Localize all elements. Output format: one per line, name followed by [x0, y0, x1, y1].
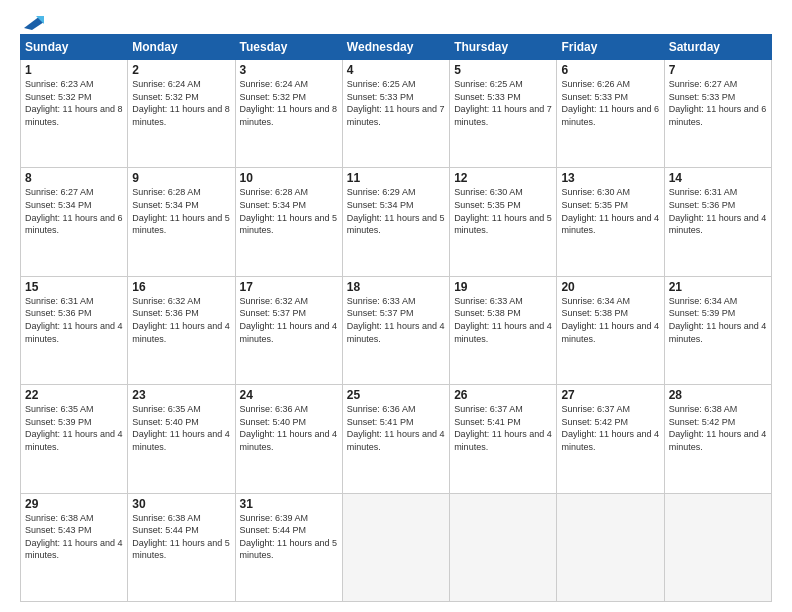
day-info: Sunrise: 6:33 AM Sunset: 5:38 PM Dayligh…	[454, 295, 552, 345]
calendar-cell: 24 Sunrise: 6:36 AM Sunset: 5:40 PM Dayl…	[235, 385, 342, 493]
calendar-cell: 5 Sunrise: 6:25 AM Sunset: 5:33 PM Dayli…	[450, 60, 557, 168]
weekday-header-thursday: Thursday	[450, 35, 557, 60]
day-info: Sunrise: 6:24 AM Sunset: 5:32 PM Dayligh…	[240, 78, 338, 128]
day-number: 18	[347, 280, 445, 294]
day-number: 11	[347, 171, 445, 185]
day-info: Sunrise: 6:36 AM Sunset: 5:40 PM Dayligh…	[240, 403, 338, 453]
day-info: Sunrise: 6:27 AM Sunset: 5:34 PM Dayligh…	[25, 186, 123, 236]
weekday-header-sunday: Sunday	[21, 35, 128, 60]
day-number: 17	[240, 280, 338, 294]
header	[20, 16, 772, 26]
day-number: 22	[25, 388, 123, 402]
calendar-cell	[342, 493, 449, 601]
calendar-cell: 31 Sunrise: 6:39 AM Sunset: 5:44 PM Dayl…	[235, 493, 342, 601]
day-info: Sunrise: 6:25 AM Sunset: 5:33 PM Dayligh…	[454, 78, 552, 128]
calendar-cell: 2 Sunrise: 6:24 AM Sunset: 5:32 PM Dayli…	[128, 60, 235, 168]
day-number: 23	[132, 388, 230, 402]
weekday-header-friday: Friday	[557, 35, 664, 60]
day-info: Sunrise: 6:28 AM Sunset: 5:34 PM Dayligh…	[240, 186, 338, 236]
day-number: 5	[454, 63, 552, 77]
day-info: Sunrise: 6:35 AM Sunset: 5:40 PM Dayligh…	[132, 403, 230, 453]
day-info: Sunrise: 6:36 AM Sunset: 5:41 PM Dayligh…	[347, 403, 445, 453]
day-info: Sunrise: 6:28 AM Sunset: 5:34 PM Dayligh…	[132, 186, 230, 236]
day-info: Sunrise: 6:39 AM Sunset: 5:44 PM Dayligh…	[240, 512, 338, 562]
day-info: Sunrise: 6:27 AM Sunset: 5:33 PM Dayligh…	[669, 78, 767, 128]
day-number: 27	[561, 388, 659, 402]
day-info: Sunrise: 6:25 AM Sunset: 5:33 PM Dayligh…	[347, 78, 445, 128]
calendar-cell: 29 Sunrise: 6:38 AM Sunset: 5:43 PM Dayl…	[21, 493, 128, 601]
day-info: Sunrise: 6:38 AM Sunset: 5:43 PM Dayligh…	[25, 512, 123, 562]
calendar-cell: 27 Sunrise: 6:37 AM Sunset: 5:42 PM Dayl…	[557, 385, 664, 493]
day-number: 8	[25, 171, 123, 185]
calendar-cell: 18 Sunrise: 6:33 AM Sunset: 5:37 PM Dayl…	[342, 276, 449, 384]
calendar-table: SundayMondayTuesdayWednesdayThursdayFrid…	[20, 34, 772, 602]
calendar-cell: 9 Sunrise: 6:28 AM Sunset: 5:34 PM Dayli…	[128, 168, 235, 276]
day-number: 28	[669, 388, 767, 402]
calendar-cell: 8 Sunrise: 6:27 AM Sunset: 5:34 PM Dayli…	[21, 168, 128, 276]
weekday-header-saturday: Saturday	[664, 35, 771, 60]
day-number: 21	[669, 280, 767, 294]
calendar-cell: 22 Sunrise: 6:35 AM Sunset: 5:39 PM Dayl…	[21, 385, 128, 493]
calendar-cell: 11 Sunrise: 6:29 AM Sunset: 5:34 PM Dayl…	[342, 168, 449, 276]
weekday-header-monday: Monday	[128, 35, 235, 60]
day-number: 30	[132, 497, 230, 511]
day-number: 14	[669, 171, 767, 185]
day-info: Sunrise: 6:32 AM Sunset: 5:36 PM Dayligh…	[132, 295, 230, 345]
day-info: Sunrise: 6:24 AM Sunset: 5:32 PM Dayligh…	[132, 78, 230, 128]
calendar-cell: 23 Sunrise: 6:35 AM Sunset: 5:40 PM Dayl…	[128, 385, 235, 493]
week-row-2: 8 Sunrise: 6:27 AM Sunset: 5:34 PM Dayli…	[21, 168, 772, 276]
day-number: 29	[25, 497, 123, 511]
day-info: Sunrise: 6:30 AM Sunset: 5:35 PM Dayligh…	[561, 186, 659, 236]
calendar-cell: 16 Sunrise: 6:32 AM Sunset: 5:36 PM Dayl…	[128, 276, 235, 384]
week-row-4: 22 Sunrise: 6:35 AM Sunset: 5:39 PM Dayl…	[21, 385, 772, 493]
calendar-cell	[557, 493, 664, 601]
page: SundayMondayTuesdayWednesdayThursdayFrid…	[0, 0, 792, 612]
calendar-cell: 13 Sunrise: 6:30 AM Sunset: 5:35 PM Dayl…	[557, 168, 664, 276]
day-number: 3	[240, 63, 338, 77]
day-number: 19	[454, 280, 552, 294]
calendar-cell: 6 Sunrise: 6:26 AM Sunset: 5:33 PM Dayli…	[557, 60, 664, 168]
day-info: Sunrise: 6:32 AM Sunset: 5:37 PM Dayligh…	[240, 295, 338, 345]
calendar-cell: 25 Sunrise: 6:36 AM Sunset: 5:41 PM Dayl…	[342, 385, 449, 493]
calendar-header: SundayMondayTuesdayWednesdayThursdayFrid…	[21, 35, 772, 60]
calendar-body: 1 Sunrise: 6:23 AM Sunset: 5:32 PM Dayli…	[21, 60, 772, 602]
day-info: Sunrise: 6:35 AM Sunset: 5:39 PM Dayligh…	[25, 403, 123, 453]
calendar-cell: 26 Sunrise: 6:37 AM Sunset: 5:41 PM Dayl…	[450, 385, 557, 493]
day-info: Sunrise: 6:31 AM Sunset: 5:36 PM Dayligh…	[25, 295, 123, 345]
day-info: Sunrise: 6:33 AM Sunset: 5:37 PM Dayligh…	[347, 295, 445, 345]
day-number: 25	[347, 388, 445, 402]
day-number: 16	[132, 280, 230, 294]
day-info: Sunrise: 6:29 AM Sunset: 5:34 PM Dayligh…	[347, 186, 445, 236]
day-number: 24	[240, 388, 338, 402]
week-row-1: 1 Sunrise: 6:23 AM Sunset: 5:32 PM Dayli…	[21, 60, 772, 168]
calendar-cell: 17 Sunrise: 6:32 AM Sunset: 5:37 PM Dayl…	[235, 276, 342, 384]
calendar-cell: 4 Sunrise: 6:25 AM Sunset: 5:33 PM Dayli…	[342, 60, 449, 168]
day-info: Sunrise: 6:31 AM Sunset: 5:36 PM Dayligh…	[669, 186, 767, 236]
day-number: 10	[240, 171, 338, 185]
day-number: 20	[561, 280, 659, 294]
day-number: 15	[25, 280, 123, 294]
calendar-cell: 30 Sunrise: 6:38 AM Sunset: 5:44 PM Dayl…	[128, 493, 235, 601]
calendar-cell: 14 Sunrise: 6:31 AM Sunset: 5:36 PM Dayl…	[664, 168, 771, 276]
calendar-cell: 3 Sunrise: 6:24 AM Sunset: 5:32 PM Dayli…	[235, 60, 342, 168]
calendar-cell: 19 Sunrise: 6:33 AM Sunset: 5:38 PM Dayl…	[450, 276, 557, 384]
weekday-header-wednesday: Wednesday	[342, 35, 449, 60]
calendar-cell: 1 Sunrise: 6:23 AM Sunset: 5:32 PM Dayli…	[21, 60, 128, 168]
logo	[20, 16, 44, 26]
weekday-header-tuesday: Tuesday	[235, 35, 342, 60]
day-number: 6	[561, 63, 659, 77]
day-number: 12	[454, 171, 552, 185]
calendar-cell: 10 Sunrise: 6:28 AM Sunset: 5:34 PM Dayl…	[235, 168, 342, 276]
week-row-5: 29 Sunrise: 6:38 AM Sunset: 5:43 PM Dayl…	[21, 493, 772, 601]
day-number: 31	[240, 497, 338, 511]
day-info: Sunrise: 6:30 AM Sunset: 5:35 PM Dayligh…	[454, 186, 552, 236]
day-number: 1	[25, 63, 123, 77]
logo-icon	[22, 14, 44, 30]
day-info: Sunrise: 6:23 AM Sunset: 5:32 PM Dayligh…	[25, 78, 123, 128]
day-info: Sunrise: 6:38 AM Sunset: 5:44 PM Dayligh…	[132, 512, 230, 562]
calendar-cell: 21 Sunrise: 6:34 AM Sunset: 5:39 PM Dayl…	[664, 276, 771, 384]
day-number: 2	[132, 63, 230, 77]
calendar-cell	[664, 493, 771, 601]
day-info: Sunrise: 6:26 AM Sunset: 5:33 PM Dayligh…	[561, 78, 659, 128]
day-number: 13	[561, 171, 659, 185]
